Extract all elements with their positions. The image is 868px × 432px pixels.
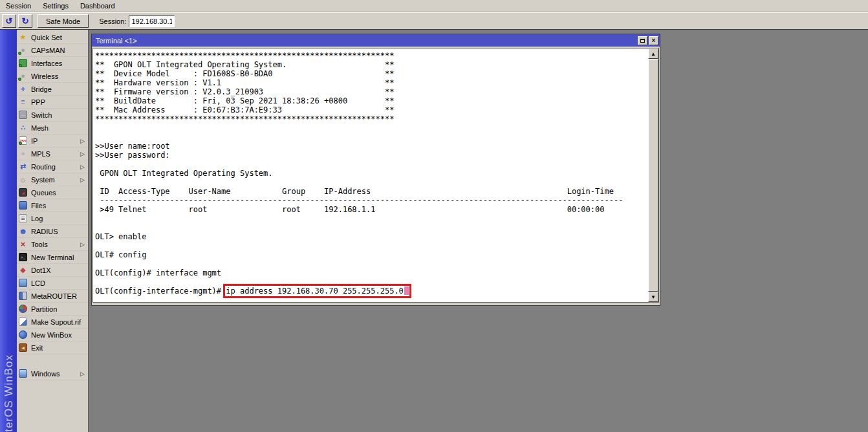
terminal-titlebar[interactable]: Terminal <1> × (92, 34, 660, 47)
sidebar-item-label: MPLS (31, 150, 50, 158)
redo-icon: ↻ (22, 17, 29, 25)
sidebar-item-interfaces[interactable]: Interfaces (17, 57, 88, 70)
sidebar-item-tools[interactable]: ×Tools▷ (17, 238, 88, 251)
submenu-arrow-icon: ▷ (80, 164, 85, 170)
terminal-output[interactable]: ****************************************… (93, 49, 658, 296)
sidebar-item-routing[interactable]: ⇄Routing▷ (17, 160, 88, 173)
submenu-arrow-icon: ▷ (80, 151, 85, 157)
sidebar-item-ppp[interactable]: ≡PPP (17, 96, 88, 109)
status-dot (19, 64, 22, 67)
close-button[interactable]: × (649, 36, 658, 45)
sidebar-item-label: Routing (31, 163, 56, 171)
sidebar-item-label: Windows (31, 370, 60, 378)
sidebar-item-label: Dot1X (31, 266, 51, 274)
sidebar-item-label: Quick Set (31, 34, 62, 41)
sidebar-item-label: PPP (31, 98, 45, 106)
sidebar-item-label: Switch (31, 111, 52, 119)
mpls-globe-icon: ● (19, 149, 27, 158)
mesh-icon: ∴ (19, 124, 27, 132)
sidebar-item-make-supout-rif[interactable]: Make Supout.rif (17, 316, 88, 329)
sidebar-item-mpls[interactable]: ●MPLS▷ (17, 147, 88, 160)
scroll-up-icon: ▲ (651, 51, 656, 57)
status-dot (19, 142, 22, 145)
safe-mode-button[interactable]: Safe Mode (38, 14, 89, 28)
menu-settings[interactable]: Settings (37, 1, 74, 12)
submenu-arrow-icon: ▷ (80, 241, 85, 248)
sidebar-item-lcd[interactable]: LCD (17, 277, 88, 290)
sidebar-item-label: MetaROUTER (31, 292, 77, 300)
sidebar-item-label: RADIUS (31, 228, 58, 235)
supout-file-icon (19, 318, 27, 326)
submenu-arrow-icon: ▷ (80, 138, 85, 144)
sidebar: ★Quick Set●CAPsMANInterfaces●Wireless+Br… (17, 30, 89, 432)
radius-user-icon: ☻ (19, 227, 27, 235)
files-folder-icon (19, 201, 27, 210)
routing-arrows-icon: ⇄ (19, 162, 27, 171)
scroll-up-button[interactable]: ▲ (648, 49, 658, 59)
close-icon: × (652, 38, 656, 44)
maximize-button[interactable] (638, 36, 647, 45)
sidebar-item-metarouter[interactable]: MetaROUTER (17, 290, 88, 303)
sidebar-item-radius[interactable]: ☻RADIUS (17, 225, 88, 238)
redo-button[interactable]: ↻ (18, 14, 32, 28)
sidebar-item-capsman[interactable]: ●CAPsMAN (17, 44, 88, 57)
log-list-icon: ≡ (19, 214, 27, 222)
sidebar-item-ip[interactable]: 255IP▷ (17, 135, 88, 147)
menu-dashboard[interactable]: Dashboard (74, 1, 121, 12)
sidebar-item-label: Partition (31, 305, 57, 313)
tools-icon: × (19, 240, 27, 248)
sidebar-item-queues[interactable]: ◢Queues (17, 186, 88, 199)
sidebar-item-wireless[interactable]: ●Wireless (17, 70, 88, 83)
sidebar-item-new-winbox[interactable]: New WinBox (17, 329, 88, 341)
sidebar-item-label: LCD (31, 279, 45, 287)
undo-button[interactable]: ↺ (2, 14, 16, 28)
terminal-window: Terminal <1> × *************************… (91, 34, 660, 306)
sidebar-item-quick-set[interactable]: ★Quick Set (17, 31, 88, 44)
sidebar-item-mesh[interactable]: ∴Mesh (17, 122, 88, 135)
wireless-antenna-icon: ● (19, 72, 27, 80)
scrollbar-thumb[interactable] (648, 59, 658, 292)
brand-vertical-label: RouterOS WinBox (3, 354, 16, 432)
terminal-content-area: ****************************************… (92, 48, 659, 303)
sidebar-item-label: Log (31, 215, 43, 222)
sidebar-item-label: CAPsMAN (31, 47, 65, 54)
wand-icon: ★ (19, 33, 27, 41)
menu-bar: SessionSettingsDashboard (0, 0, 868, 12)
sidebar-item-partition[interactable]: Partition (17, 303, 88, 316)
session-input[interactable] (129, 16, 175, 27)
sidebar-item-label: Exit (31, 344, 43, 352)
sidebar-item-label: Tools (31, 241, 48, 248)
antenna-icon: ● (19, 46, 27, 54)
menu-session[interactable]: Session (0, 1, 37, 12)
bridge-icon: + (19, 85, 27, 93)
sidebar-item-label: Interfaces (31, 59, 62, 67)
scroll-down-button[interactable]: ▼ (648, 292, 658, 302)
undo-icon: ↺ (6, 17, 13, 25)
toolbar: ↺ ↻ Safe Mode Session: (0, 12, 868, 30)
sidebar-item-label: Files (31, 202, 46, 210)
winbox-globe-icon (19, 330, 27, 339)
sidebar-item-switch[interactable]: ···Switch (17, 109, 88, 122)
sidebar-item-new-terminal[interactable]: >_New Terminal (17, 251, 88, 264)
sidebar-item-windows[interactable]: Windows▷ (17, 367, 88, 380)
sidebar-item-log[interactable]: ≡Log (17, 212, 88, 225)
queues-gauge-icon: ◢ (19, 188, 27, 197)
sidebar-item-label: Queues (31, 189, 56, 197)
sidebar-item-bridge[interactable]: +Bridge (17, 83, 88, 96)
lcd-icon (19, 279, 27, 287)
terminal-vertical-scrollbar: ▲ ▼ (648, 49, 658, 302)
sidebar-item-label: Bridge (31, 85, 52, 93)
terminal-icon: >_ (19, 253, 27, 261)
terminal-frame: ****************************************… (92, 47, 660, 305)
system-gear-icon: ☼ (19, 175, 27, 184)
metarouter-icon (19, 292, 27, 300)
interface-card-icon (19, 59, 27, 67)
sidebar-item-dot1x[interactable]: ◆Dot1X (17, 264, 88, 277)
sidebar-item-system[interactable]: ☼System▷ (17, 173, 88, 186)
sidebar-item-files[interactable]: Files (17, 199, 88, 212)
ip-255-icon: 255 (19, 136, 27, 145)
sidebar-item-label: Wireless (31, 72, 58, 80)
partition-pie-icon (19, 305, 27, 313)
sidebar-item-label: Make Supout.rif (31, 318, 81, 326)
sidebar-item-exit[interactable]: ◀Exit (17, 341, 88, 354)
